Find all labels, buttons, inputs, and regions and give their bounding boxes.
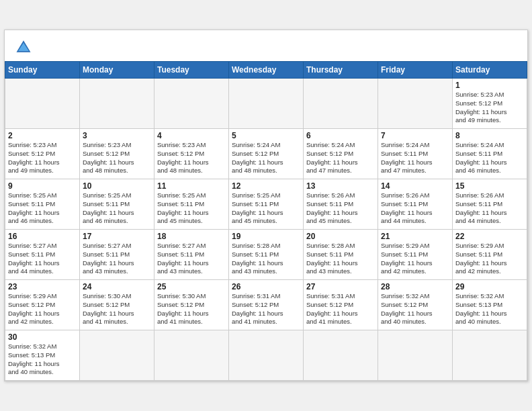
day-info: Sunrise: 5:25 AM Sunset: 5:11 PM Dayligh… <box>83 191 151 226</box>
day-info: Sunrise: 5:32 AM Sunset: 5:13 PM Dayligh… <box>8 342 77 377</box>
calendar-day-cell <box>154 330 229 381</box>
calendar-day-cell: 10Sunrise: 5:25 AM Sunset: 5:11 PM Dayli… <box>80 179 154 230</box>
calendar-body: 1Sunrise: 5:23 AM Sunset: 5:12 PM Daylig… <box>5 79 527 381</box>
day-number: 12 <box>232 181 300 191</box>
calendar-day-cell <box>304 330 378 381</box>
day-info: Sunrise: 5:23 AM Sunset: 5:12 PM Dayligh… <box>83 141 151 175</box>
day-header-sunday: Sunday <box>5 62 80 79</box>
calendar-day-cell: 6Sunrise: 5:24 AM Sunset: 5:12 PM Daylig… <box>304 129 378 179</box>
day-info: Sunrise: 5:28 AM Sunset: 5:11 PM Dayligh… <box>306 242 375 276</box>
calendar-day-cell: 29Sunrise: 5:32 AM Sunset: 5:13 PM Dayli… <box>453 280 527 330</box>
calendar-day-cell <box>80 330 154 381</box>
calendar-header <box>5 30 527 61</box>
calendar-day-cell <box>378 330 453 381</box>
day-info: Sunrise: 5:28 AM Sunset: 5:11 PM Dayligh… <box>232 242 300 276</box>
calendar-day-cell: 11Sunrise: 5:25 AM Sunset: 5:11 PM Dayli… <box>154 179 229 230</box>
day-info: Sunrise: 5:27 AM Sunset: 5:11 PM Dayligh… <box>83 242 151 276</box>
calendar-day-cell: 1Sunrise: 5:23 AM Sunset: 5:12 PM Daylig… <box>453 79 527 129</box>
calendar-day-cell: 18Sunrise: 5:27 AM Sunset: 5:11 PM Dayli… <box>154 230 229 280</box>
day-number: 11 <box>157 181 226 191</box>
day-number: 24 <box>83 282 151 291</box>
calendar-day-cell: 9Sunrise: 5:25 AM Sunset: 5:11 PM Daylig… <box>5 179 80 230</box>
calendar-day-cell: 30Sunrise: 5:32 AM Sunset: 5:13 PM Dayli… <box>5 330 80 381</box>
day-info: Sunrise: 5:26 AM Sunset: 5:11 PM Dayligh… <box>306 191 375 226</box>
calendar-day-cell: 2Sunrise: 5:23 AM Sunset: 5:12 PM Daylig… <box>5 129 80 179</box>
day-info: Sunrise: 5:24 AM Sunset: 5:11 PM Dayligh… <box>455 141 524 175</box>
day-info: Sunrise: 5:23 AM Sunset: 5:12 PM Dayligh… <box>8 141 77 175</box>
calendar-week-row: 1Sunrise: 5:23 AM Sunset: 5:12 PM Daylig… <box>5 79 527 129</box>
day-number: 23 <box>8 282 77 291</box>
day-header-monday: Monday <box>80 62 154 79</box>
calendar-table: SundayMondayTuesdayWednesdayThursdayFrid… <box>5 61 527 381</box>
calendar-day-cell <box>229 79 304 129</box>
day-number: 14 <box>381 181 449 191</box>
calendar-day-cell: 24Sunrise: 5:30 AM Sunset: 5:12 PM Dayli… <box>80 280 154 330</box>
calendar-day-cell: 27Sunrise: 5:31 AM Sunset: 5:12 PM Dayli… <box>304 280 378 330</box>
day-number: 1 <box>455 81 524 90</box>
day-info: Sunrise: 5:27 AM Sunset: 5:11 PM Dayligh… <box>8 242 77 276</box>
day-number: 7 <box>381 131 449 140</box>
day-number: 19 <box>232 232 300 241</box>
day-number: 28 <box>381 282 449 291</box>
calendar-day-cell: 25Sunrise: 5:30 AM Sunset: 5:12 PM Dayli… <box>154 280 229 330</box>
day-number: 3 <box>83 131 151 140</box>
day-info: Sunrise: 5:27 AM Sunset: 5:11 PM Dayligh… <box>157 242 226 276</box>
calendar-day-cell: 13Sunrise: 5:26 AM Sunset: 5:11 PM Dayli… <box>304 179 378 230</box>
day-number: 30 <box>8 332 77 342</box>
day-number: 9 <box>8 181 77 191</box>
calendar-day-cell: 5Sunrise: 5:24 AM Sunset: 5:12 PM Daylig… <box>229 129 304 179</box>
day-info: Sunrise: 5:23 AM Sunset: 5:12 PM Dayligh… <box>455 91 524 125</box>
calendar-day-cell: 20Sunrise: 5:28 AM Sunset: 5:11 PM Dayli… <box>304 230 378 280</box>
day-header-friday: Friday <box>378 62 453 79</box>
logo-icon <box>14 37 33 56</box>
day-number: 18 <box>157 232 226 241</box>
day-number: 13 <box>306 181 375 191</box>
day-info: Sunrise: 5:26 AM Sunset: 5:11 PM Dayligh… <box>455 191 524 226</box>
day-number: 25 <box>157 282 226 291</box>
day-info: Sunrise: 5:31 AM Sunset: 5:12 PM Dayligh… <box>232 292 300 326</box>
calendar-day-cell: 22Sunrise: 5:29 AM Sunset: 5:11 PM Dayli… <box>453 230 527 280</box>
calendar-day-cell: 8Sunrise: 5:24 AM Sunset: 5:11 PM Daylig… <box>453 129 527 179</box>
day-info: Sunrise: 5:31 AM Sunset: 5:12 PM Dayligh… <box>306 292 375 326</box>
calendar-day-cell: 28Sunrise: 5:32 AM Sunset: 5:12 PM Dayli… <box>378 280 453 330</box>
calendar-thead: SundayMondayTuesdayWednesdayThursdayFrid… <box>5 62 527 79</box>
day-info: Sunrise: 5:24 AM Sunset: 5:11 PM Dayligh… <box>381 141 449 175</box>
day-number: 2 <box>8 131 77 140</box>
day-number: 26 <box>232 282 300 291</box>
day-header-thursday: Thursday <box>304 62 378 79</box>
calendar-day-cell <box>154 79 229 129</box>
calendar-day-cell: 14Sunrise: 5:26 AM Sunset: 5:11 PM Dayli… <box>378 179 453 230</box>
calendar-week-row: 9Sunrise: 5:25 AM Sunset: 5:11 PM Daylig… <box>5 179 527 230</box>
day-info: Sunrise: 5:25 AM Sunset: 5:11 PM Dayligh… <box>157 191 226 226</box>
calendar-day-cell: 23Sunrise: 5:29 AM Sunset: 5:12 PM Dayli… <box>5 280 80 330</box>
day-number: 20 <box>306 232 375 241</box>
days-header-row: SundayMondayTuesdayWednesdayThursdayFrid… <box>5 62 527 79</box>
calendar-day-cell: 16Sunrise: 5:27 AM Sunset: 5:11 PM Dayli… <box>5 230 80 280</box>
day-info: Sunrise: 5:30 AM Sunset: 5:12 PM Dayligh… <box>157 292 226 326</box>
day-number: 17 <box>83 232 151 241</box>
day-number: 27 <box>306 282 375 291</box>
calendar-day-cell <box>453 330 527 381</box>
day-info: Sunrise: 5:25 AM Sunset: 5:11 PM Dayligh… <box>232 191 300 226</box>
calendar-day-cell: 3Sunrise: 5:23 AM Sunset: 5:12 PM Daylig… <box>80 129 154 179</box>
day-info: Sunrise: 5:29 AM Sunset: 5:11 PM Dayligh… <box>455 242 524 276</box>
day-number: 15 <box>455 181 524 191</box>
calendar-day-cell: 7Sunrise: 5:24 AM Sunset: 5:11 PM Daylig… <box>378 129 453 179</box>
calendar-day-cell: 15Sunrise: 5:26 AM Sunset: 5:11 PM Dayli… <box>453 179 527 230</box>
day-info: Sunrise: 5:24 AM Sunset: 5:12 PM Dayligh… <box>232 141 300 175</box>
calendar-container: SundayMondayTuesdayWednesdayThursdayFrid… <box>4 30 528 381</box>
day-info: Sunrise: 5:25 AM Sunset: 5:11 PM Dayligh… <box>8 191 77 226</box>
day-info: Sunrise: 5:24 AM Sunset: 5:12 PM Dayligh… <box>306 141 375 175</box>
day-info: Sunrise: 5:30 AM Sunset: 5:12 PM Dayligh… <box>83 292 151 326</box>
day-info: Sunrise: 5:26 AM Sunset: 5:11 PM Dayligh… <box>381 191 449 226</box>
day-info: Sunrise: 5:32 AM Sunset: 5:12 PM Dayligh… <box>381 292 449 326</box>
day-header-tuesday: Tuesday <box>154 62 229 79</box>
calendar-day-cell: 17Sunrise: 5:27 AM Sunset: 5:11 PM Dayli… <box>80 230 154 280</box>
day-number: 29 <box>455 282 524 291</box>
calendar-day-cell <box>229 330 304 381</box>
day-number: 4 <box>157 131 226 140</box>
day-info: Sunrise: 5:29 AM Sunset: 5:12 PM Dayligh… <box>8 292 77 326</box>
day-number: 10 <box>83 181 151 191</box>
day-header-saturday: Saturday <box>453 62 527 79</box>
day-info: Sunrise: 5:32 AM Sunset: 5:13 PM Dayligh… <box>455 292 524 326</box>
